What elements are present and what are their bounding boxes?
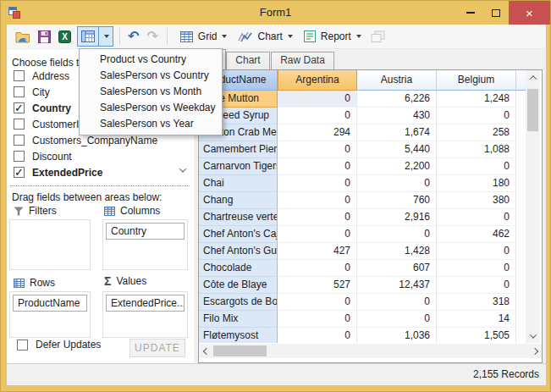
- scroll-down-button[interactable]: [526, 329, 540, 343]
- field-checkbox[interactable]: [14, 151, 25, 162]
- data-cell[interactable]: 1,088: [437, 141, 516, 158]
- row-header-cell[interactable]: Chai: [199, 175, 278, 192]
- tab-raw-data[interactable]: Raw Data: [271, 52, 334, 69]
- data-cell[interactable]: 294: [278, 124, 357, 141]
- data-cell[interactable]: 0: [278, 328, 357, 343]
- column-header-argentina[interactable]: Argentina: [278, 70, 357, 91]
- grid-menu-button[interactable]: Grid: [177, 26, 231, 47]
- field-checkbox[interactable]: [14, 135, 25, 146]
- pivot-layout-button[interactable]: [78, 27, 98, 46]
- data-cell[interactable]: 0: [278, 226, 357, 243]
- menu-item[interactable]: SalesPerson vs Country: [80, 68, 222, 84]
- rows-drop-area[interactable]: ProductName: [9, 291, 91, 338]
- undo-button[interactable]: ↶: [124, 26, 142, 47]
- data-cell[interactable]: 527: [278, 277, 357, 294]
- data-cell[interactable]: 0: [437, 277, 516, 294]
- update-button[interactable]: UPDATE: [129, 339, 185, 357]
- menu-item[interactable]: SalesPerson vs Weekday: [80, 100, 222, 116]
- data-cell[interactable]: 462: [437, 226, 516, 243]
- data-cell[interactable]: 0: [278, 192, 357, 209]
- data-cell[interactable]: 0: [278, 108, 357, 124]
- data-cell[interactable]: 0: [357, 226, 437, 243]
- row-header-cell[interactable]: Escargots de Bourgogne: [199, 294, 278, 311]
- data-cell[interactable]: 5,440: [357, 141, 437, 158]
- data-cell[interactable]: 380: [437, 192, 516, 209]
- cascade-windows-button[interactable]: [367, 26, 388, 47]
- field-chip-country[interactable]: Country: [106, 223, 185, 240]
- layout-split-button[interactable]: [77, 26, 113, 47]
- data-cell[interactable]: 0: [437, 209, 516, 226]
- data-cell[interactable]: 14: [437, 311, 516, 328]
- field-checkbox[interactable]: [14, 119, 25, 130]
- row-header-cell[interactable]: Chef Anton's Gumbo Mix: [199, 243, 278, 260]
- tab-chart[interactable]: Chart: [226, 52, 270, 69]
- data-cell[interactable]: 427: [278, 243, 357, 260]
- values-drop-area[interactable]: ExtendedPrice...: [102, 291, 188, 338]
- data-cell[interactable]: 12,437: [357, 277, 437, 294]
- data-cell[interactable]: 1,505: [437, 328, 516, 343]
- data-cell[interactable]: 6,226: [357, 91, 437, 108]
- field-item[interactable]: ExtendedPrice: [10, 164, 184, 180]
- minimize-button[interactable]: [458, 1, 483, 25]
- data-cell[interactable]: 0: [278, 260, 357, 277]
- row-header-cell[interactable]: Côte de Blaye: [199, 277, 278, 294]
- redo-button[interactable]: ↷: [143, 26, 161, 47]
- scroll-right-button[interactable]: [527, 344, 542, 358]
- column-header-austria[interactable]: Austria: [357, 70, 437, 91]
- field-checkbox[interactable]: [14, 86, 25, 97]
- row-header-cell[interactable]: Filo Mix: [199, 311, 278, 328]
- data-cell[interactable]: 760: [357, 192, 437, 209]
- field-checkbox[interactable]: [14, 102, 25, 113]
- data-cell[interactable]: 0: [278, 91, 357, 108]
- horizontal-scrollbar[interactable]: [199, 344, 542, 358]
- data-cell[interactable]: 607: [357, 260, 437, 277]
- data-cell[interactable]: 0: [278, 209, 357, 226]
- row-header-cell[interactable]: Chartreuse verte: [199, 209, 278, 226]
- layout-dropdown-arrow[interactable]: [98, 27, 113, 46]
- export-excel-button[interactable]: X: [55, 26, 74, 47]
- data-cell[interactable]: 0: [278, 311, 357, 328]
- data-cell[interactable]: 0: [278, 175, 357, 192]
- data-cell[interactable]: 180: [437, 175, 516, 192]
- field-item[interactable]: Discount: [10, 148, 184, 164]
- row-header-cell[interactable]: Fløtemysost: [199, 328, 278, 343]
- data-cell[interactable]: 0: [278, 158, 357, 175]
- field-chip-extendedprice[interactable]: ExtendedPrice...: [106, 295, 185, 312]
- data-cell[interactable]: 1,674: [357, 124, 437, 141]
- menu-item[interactable]: SalesPerson vs Year: [80, 116, 222, 132]
- data-cell[interactable]: 2,200: [357, 158, 437, 175]
- data-cell[interactable]: 0: [437, 260, 516, 277]
- data-cell[interactable]: 1,248: [437, 91, 516, 108]
- scroll-left-button[interactable]: [199, 344, 213, 358]
- row-header-cell[interactable]: Carnarvon Tigers: [199, 158, 278, 175]
- maximize-button[interactable]: [483, 1, 509, 25]
- vertical-scrollbar[interactable]: [526, 70, 540, 343]
- data-cell[interactable]: 0: [357, 294, 437, 311]
- save-button[interactable]: [35, 26, 54, 47]
- vertical-scrollbar-thumb[interactable]: [527, 89, 538, 131]
- row-header-cell[interactable]: Camembert Pierrot: [199, 141, 278, 158]
- columns-drop-area[interactable]: Country: [102, 219, 188, 270]
- chart-menu-button[interactable]: Chart: [234, 26, 295, 47]
- data-cell[interactable]: 318: [437, 294, 516, 311]
- row-header-cell[interactable]: Chef Anton's Cajun Seasoning: [199, 226, 278, 243]
- menu-item[interactable]: SalesPerson vs Month: [80, 84, 222, 100]
- data-cell[interactable]: 2,916: [357, 209, 437, 226]
- filters-drop-area[interactable]: [9, 219, 91, 270]
- data-cell[interactable]: 0: [278, 141, 357, 158]
- data-cell[interactable]: 0: [357, 311, 437, 328]
- data-cell[interactable]: 1,428: [357, 243, 437, 260]
- row-header-cell[interactable]: Chang: [199, 192, 278, 209]
- column-header-belgium[interactable]: Belgium: [437, 70, 516, 91]
- data-cell[interactable]: 0: [357, 175, 437, 192]
- report-menu-button[interactable]: Report: [300, 26, 365, 47]
- data-cell[interactable]: 0: [437, 158, 516, 175]
- field-chip-productname[interactable]: ProductName: [13, 295, 87, 312]
- defer-updates-checkbox[interactable]: [17, 340, 28, 351]
- scroll-up-button[interactable]: [526, 70, 540, 85]
- data-cell[interactable]: 1,036: [357, 328, 437, 343]
- data-cell[interactable]: 0: [278, 294, 357, 311]
- row-header-cell[interactable]: Chocolade: [199, 260, 278, 277]
- data-cell[interactable]: 430: [357, 108, 437, 124]
- horizontal-scrollbar-thumb[interactable]: [213, 345, 267, 356]
